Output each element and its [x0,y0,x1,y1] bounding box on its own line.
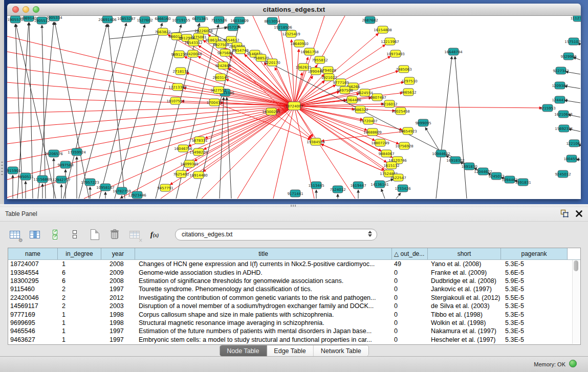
graph-node[interactable]: 18107554 [166,97,185,104]
graph-node[interactable]: 2718176 [172,68,189,75]
column-header-name[interactable]: name [8,248,58,259]
graph-node[interactable]: 8813054 [264,17,280,25]
graph-node[interactable]: 15692371 [555,125,573,132]
graph-node[interactable]: 15720407 [359,117,378,124]
graph-node[interactable]: 6671385 [192,16,208,22]
graph-node[interactable]: 12325419 [282,30,300,37]
column-visibility-button[interactable] [28,228,41,241]
tab-node-table[interactable]: Node Table [220,345,267,356]
graph-node[interactable]: 10719155 [172,16,190,24]
delete-column-button[interactable] [108,228,121,241]
divider-handle[interactable] [291,205,296,207]
graph-node[interactable]: 5875685 [217,49,233,56]
graph-node[interactable]: 10973493 [386,50,405,57]
graph-node[interactable]: 7955812 [312,56,328,63]
graph-node[interactable]: 3915901 [7,167,21,174]
panel-grip[interactable] [1,162,3,175]
table-row[interactable]: 1456911722003Disruption of a novel membe… [8,302,580,310]
tab-edge-table[interactable]: Edge Table [267,345,313,356]
graph-node[interactable]: 7986322 [352,106,368,113]
table-row[interactable]: 977716911998Corpus callosum shape and si… [8,310,580,318]
graph-node[interactable]: 1297510 [401,77,417,84]
graph-node[interactable]: 1209387 [552,82,568,89]
table-row[interactable]: 1830029562008Estimation of significance … [8,277,580,285]
graph-node[interactable]: 12213967 [381,38,399,45]
graph-node[interactable]: 1527602 [137,16,153,24]
graph-node[interactable]: 9227342 [553,67,569,74]
graph-node[interactable]: 1619447 [350,182,366,189]
graph-node[interactable]: 11156869 [33,176,52,183]
graph-node[interactable]: 9884067 [378,150,394,157]
graph-node[interactable]: 1004554 [563,155,580,162]
graph-node[interactable]: 8215953 [539,104,555,112]
graph-node[interactable]: 7625402 [173,170,189,178]
memory-status-indicator[interactable] [569,360,577,367]
graph-node[interactable]: 9899095 [415,119,431,126]
graph-node[interactable]: 16154808 [374,26,392,33]
network-window-titlebar[interactable]: citations_edges.txt [7,4,581,16]
graph-node[interactable]: 7857224 [225,24,241,31]
graph-node[interactable]: 9457791 [157,184,173,191]
graph-node[interactable]: 5850511 [17,173,33,180]
graph-node[interactable]: 16961758 [300,48,319,55]
graph-node[interactable]: 1244415 [552,96,568,103]
column-header-out_de[interactable]: △ out_de... [392,248,428,259]
graph-node[interactable]: 2687682 [362,16,378,24]
citation-network-graph[interactable]: 1905572206914019055122005334206914061085… [7,16,581,199]
graph-node[interactable]: 10958167 [96,184,115,191]
vertical-scrollbar[interactable] [572,260,580,344]
graph-node[interactable]: 10853287 [117,16,136,22]
graph-node[interactable]: 10944622 [432,150,450,157]
network-graph-canvas[interactable]: 1905572206914019055122005334206914061085… [7,16,581,199]
graph-node[interactable]: 1112305 [570,16,581,21]
graph-node[interactable]: 16210643 [554,111,573,118]
graph-node[interactable]: 9171441 [287,190,303,197]
table-settings-button[interactable]: ⚙ [8,228,21,241]
graph-node[interactable]: 15751074 [564,38,581,45]
graph-node[interactable]: 19654923 [399,127,417,135]
select-columns-button[interactable] [48,228,61,241]
float-window-icon[interactable] [560,209,569,218]
column-header-year[interactable]: year [101,248,135,259]
graph-node[interactable]: 7515526 [211,16,227,24]
graph-node[interactable]: 20691406 [98,16,117,23]
graph-node[interactable]: 6466160 [155,16,170,22]
table-row[interactable]: 911546021997Tourette syndrome. Phenomeno… [8,285,580,293]
column-header-in_degree[interactable]: in_degree [58,248,101,259]
graph-node[interactable]: 9329966 [560,53,577,60]
table-cell: 1 [58,260,101,268]
table-row[interactable]: 2242004622012Investigating the contribut… [8,294,580,302]
close-panel-icon[interactable] [575,210,583,217]
graph-node[interactable]: 7465612 [400,89,416,96]
delete-table-button[interactable]: × [128,228,141,241]
column-header-pagerank[interactable]: pagerank [501,248,568,259]
graph-node[interactable]: 10025458 [391,107,410,115]
tab-network-table[interactable]: Network Table [314,345,368,356]
table-row[interactable]: 946554611997Estimation of the future num… [8,327,580,335]
graph-node[interactable]: 16033809 [230,17,249,24]
graph-node[interactable]: 6216012 [381,100,397,107]
new-table-button[interactable] [88,228,101,241]
scrollbar-thumb[interactable] [574,260,578,271]
row-height-button[interactable] [68,228,81,241]
graph-node[interactable]: 7524012 [330,186,345,193]
graph-node[interactable]: 1733426 [395,185,411,192]
table-row[interactable]: 1872400712008Changes of HCN gene express… [8,260,580,268]
graph-node[interactable]: 16918302 [446,157,465,164]
graph-node[interactable]: 9245012 [555,170,571,178]
svg-text:16782759: 16782759 [113,189,131,193]
graph-node[interactable]: 7485063 [396,65,411,73]
column-header-short[interactable]: short [428,248,501,259]
graph-node[interactable]: 20206576 [45,150,63,157]
table-row[interactable]: 1938455462009Genome-wide association stu… [8,268,580,276]
table-row[interactable]: 946362711997Embryonic stem cells: a mode… [8,336,580,344]
column-header-title[interactable]: title [135,248,392,259]
graph-node[interactable]: 1221064 [566,140,581,147]
table-row[interactable]: 969969511998Structural magnetic resonanc… [8,319,580,327]
graph-node[interactable]: 16914480 [189,171,208,179]
graph-node[interactable]: 18640910 [290,40,309,47]
function-builder-button[interactable]: f(x) [148,228,161,241]
table-selector-combo[interactable]: citations_edges.txt [175,229,377,240]
graph-node[interactable]: 16099345 [180,160,199,167]
graph-node[interactable]: 16648784 [444,48,463,55]
